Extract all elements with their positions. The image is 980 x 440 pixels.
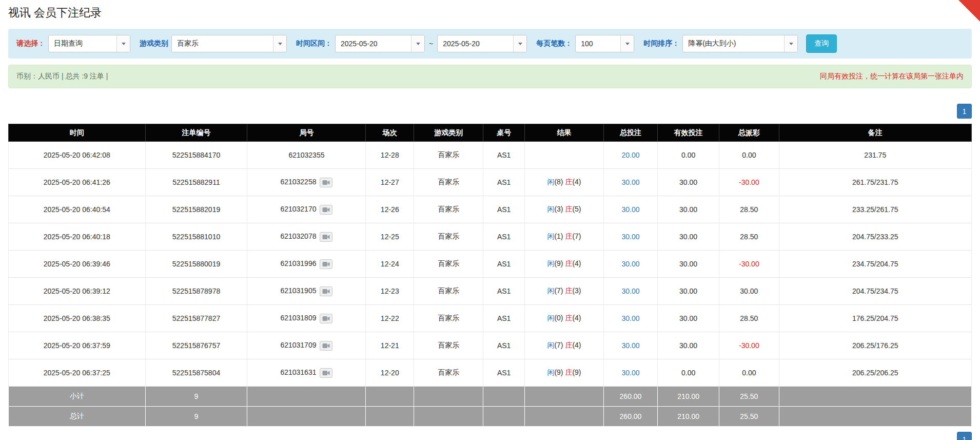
round-cell: 621032258 (247, 169, 366, 196)
round-number: 621031709 (280, 341, 316, 349)
session-cell: 12-28 (366, 142, 414, 169)
column-header: 总派彩 (719, 124, 779, 142)
table-number-cell: AS1 (483, 278, 525, 305)
chevron-down-icon[interactable] (513, 35, 526, 52)
summary-row: 小计9260.00210.0025.50 (9, 387, 972, 407)
payout-cell: -30.00 (719, 251, 779, 278)
round-number: 621032258 (280, 178, 316, 186)
round-cell: 621031709 (247, 332, 366, 359)
round-number: 621032170 (280, 205, 316, 213)
summary-valid-bet-cell: 210.00 (658, 387, 719, 407)
summary-label-cell: 总计 (9, 407, 146, 427)
video-replay-icon[interactable] (320, 368, 332, 378)
sort-order-select[interactable]: 降幂(由大到小) (682, 35, 798, 52)
table-number-cell: AS1 (483, 332, 525, 359)
summary-empty-cell (779, 387, 971, 407)
result-cell: 闲(7) 庄(3) (525, 278, 604, 305)
total-bet-link[interactable]: 30.00 (621, 178, 639, 186)
per-page-select[interactable]: 100 (575, 35, 634, 52)
query-type-select[interactable]: 日期查询 (48, 35, 130, 52)
valid-bet-cell: 30.00 (658, 196, 719, 223)
summary-empty-cell (483, 387, 525, 407)
summary-bar: 币别：人民币 | 总共 :9 注单 | 同局有效投注，统一计算在该局第一张注单内 (8, 65, 972, 88)
summary-total-bet-cell: 260.00 (603, 407, 657, 427)
banker-result-score: (4) (572, 178, 581, 186)
summary-currency-count: 币别：人民币 | 总共 :9 注单 | (16, 72, 108, 81)
round-cell: 621031996 (247, 251, 366, 278)
column-header: 时间 (9, 124, 146, 142)
page-1-button[interactable]: 1 (957, 104, 972, 119)
video-replay-icon[interactable] (320, 259, 332, 269)
game-type-select[interactable]: 百家乐 (171, 35, 287, 52)
table-row: 2025-05-20 06:41:26522515882911621032258… (9, 169, 972, 196)
video-replay-icon[interactable] (320, 178, 332, 187)
video-replay-icon[interactable] (320, 286, 332, 296)
total-bet-link[interactable]: 30.00 (621, 369, 639, 377)
chevron-down-icon[interactable] (116, 35, 130, 52)
total-bet-link[interactable]: 30.00 (621, 341, 639, 350)
search-button[interactable]: 查询 (806, 34, 837, 53)
time-cell: 2025-05-20 06:39:46 (9, 251, 146, 278)
table-row: 2025-05-20 06:39:46522515880019621031996… (9, 251, 972, 278)
time-cell: 2025-05-20 06:37:25 (9, 359, 146, 387)
game-type-cell: 百家乐 (414, 359, 483, 387)
valid-bet-cell: 0.00 (658, 142, 719, 169)
total-bet-link[interactable]: 30.00 (621, 287, 639, 295)
scroll-top-ribbon[interactable] (958, 0, 980, 22)
total-bet-cell: 30.00 (603, 251, 657, 278)
chevron-down-icon[interactable] (784, 35, 797, 52)
summary-valid-bet-cell: 210.00 (658, 407, 719, 427)
total-bet-link[interactable]: 30.00 (621, 314, 639, 322)
chevron-down-icon[interactable] (273, 35, 286, 52)
player-result-label: 闲 (547, 286, 554, 295)
remark-cell: 206.25/176.25 (779, 332, 971, 359)
remark-cell: 204.75/233.25 (779, 223, 971, 251)
time-cell: 2025-05-20 06:40:18 (9, 223, 146, 251)
video-replay-icon[interactable] (320, 232, 332, 242)
banker-result-score: (7) (572, 232, 581, 240)
table-row: 2025-05-20 06:37:59522515876757621031709… (9, 332, 972, 359)
table-number-cell: AS1 (483, 196, 525, 223)
query-type-value: 日期查询 (49, 35, 116, 52)
bet-id-cell: 522515876757 (145, 332, 247, 359)
summary-empty-cell (414, 407, 483, 427)
chevron-down-icon[interactable] (411, 35, 424, 52)
summary-empty-cell (483, 407, 525, 427)
summary-total-bet-cell: 260.00 (603, 387, 657, 407)
total-bet-link[interactable]: 20.00 (621, 151, 639, 159)
round-cell: 621032170 (247, 196, 366, 223)
date-from-select[interactable]: 2025-05-20 (335, 35, 425, 52)
column-header: 有效投注 (658, 124, 719, 142)
table-number-cell: AS1 (483, 169, 525, 196)
round-number: 621031905 (280, 286, 316, 295)
payout-cell: -30.00 (719, 332, 779, 359)
player-result-label: 闲 (547, 232, 554, 240)
table-number-cell: AS1 (483, 142, 525, 169)
total-bet-link[interactable]: 30.00 (621, 233, 639, 241)
round-cell: 621032355 (247, 142, 366, 169)
column-header: 场次 (366, 124, 414, 142)
session-cell: 12-26 (366, 196, 414, 223)
total-bet-link[interactable]: 30.00 (621, 260, 639, 268)
payout-cell: 28.50 (719, 196, 779, 223)
session-cell: 12-22 (366, 305, 414, 332)
page-1-button[interactable]: 1 (957, 432, 972, 440)
game-type-cell: 百家乐 (414, 305, 483, 332)
remark-cell: 206.25/206.25 (779, 359, 971, 387)
banker-result-score: (4) (572, 341, 581, 349)
result-cell: 闲(7) 庄(4) (525, 332, 604, 359)
summary-empty-cell (247, 407, 366, 427)
per-page-value: 100 (576, 35, 620, 52)
bet-id-cell: 522515875804 (145, 359, 247, 387)
video-replay-icon[interactable] (320, 205, 332, 215)
payout-cell: 28.50 (719, 305, 779, 332)
total-bet-link[interactable]: 30.00 (621, 205, 639, 214)
total-bet-cell: 30.00 (603, 332, 657, 359)
video-replay-icon[interactable] (320, 341, 332, 351)
time-cell: 2025-05-20 06:37:59 (9, 332, 146, 359)
payout-cell: 0.00 (719, 359, 779, 387)
date-to-select[interactable]: 2025-05-20 (437, 35, 527, 52)
video-replay-icon[interactable] (320, 314, 332, 323)
chevron-down-icon[interactable] (620, 35, 634, 52)
table-number-cell: AS1 (483, 305, 525, 332)
